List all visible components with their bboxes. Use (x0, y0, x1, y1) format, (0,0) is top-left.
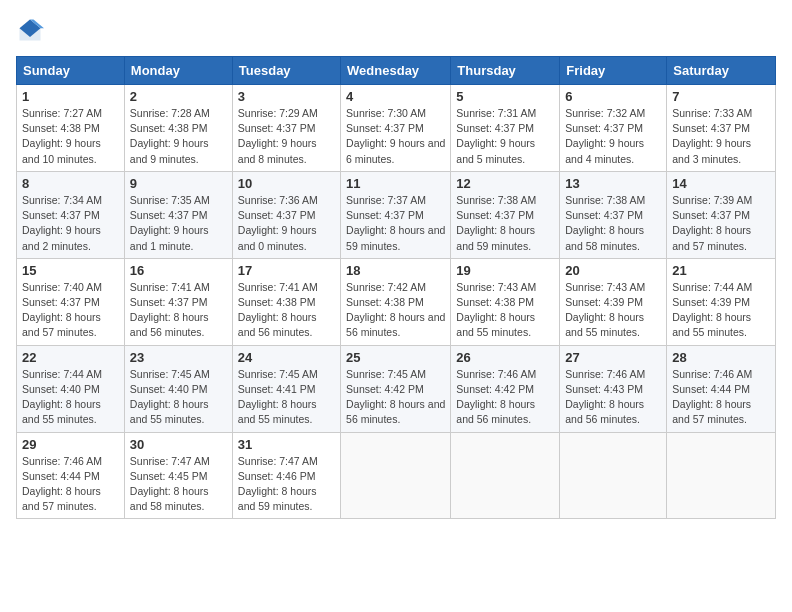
calendar-cell: 2 Sunrise: 7:28 AM Sunset: 4:38 PM Dayli… (124, 85, 232, 172)
calendar-cell (560, 432, 667, 519)
day-info: Sunrise: 7:38 AM Sunset: 4:37 PM Dayligh… (456, 193, 554, 254)
calendar-cell: 6 Sunrise: 7:32 AM Sunset: 4:37 PM Dayli… (560, 85, 667, 172)
day-number: 20 (565, 263, 661, 278)
day-number: 23 (130, 350, 227, 365)
day-number: 31 (238, 437, 335, 452)
day-info: Sunrise: 7:34 AM Sunset: 4:37 PM Dayligh… (22, 193, 119, 254)
calendar-cell (341, 432, 451, 519)
day-info: Sunrise: 7:46 AM Sunset: 4:44 PM Dayligh… (672, 367, 770, 428)
calendar-cell (667, 432, 776, 519)
day-number: 5 (456, 89, 554, 104)
day-number: 12 (456, 176, 554, 191)
calendar-cell: 12 Sunrise: 7:38 AM Sunset: 4:37 PM Dayl… (451, 171, 560, 258)
weekday-header: Friday (560, 57, 667, 85)
day-number: 17 (238, 263, 335, 278)
day-info: Sunrise: 7:31 AM Sunset: 4:37 PM Dayligh… (456, 106, 554, 167)
day-number: 7 (672, 89, 770, 104)
day-number: 28 (672, 350, 770, 365)
day-info: Sunrise: 7:44 AM Sunset: 4:39 PM Dayligh… (672, 280, 770, 341)
calendar-cell (451, 432, 560, 519)
day-info: Sunrise: 7:46 AM Sunset: 4:44 PM Dayligh… (22, 454, 119, 515)
weekday-header: Tuesday (232, 57, 340, 85)
calendar-cell: 24 Sunrise: 7:45 AM Sunset: 4:41 PM Dayl… (232, 345, 340, 432)
calendar-cell: 19 Sunrise: 7:43 AM Sunset: 4:38 PM Dayl… (451, 258, 560, 345)
day-number: 25 (346, 350, 445, 365)
day-number: 18 (346, 263, 445, 278)
day-info: Sunrise: 7:36 AM Sunset: 4:37 PM Dayligh… (238, 193, 335, 254)
day-number: 3 (238, 89, 335, 104)
calendar-cell: 10 Sunrise: 7:36 AM Sunset: 4:37 PM Dayl… (232, 171, 340, 258)
day-number: 16 (130, 263, 227, 278)
calendar-cell: 27 Sunrise: 7:46 AM Sunset: 4:43 PM Dayl… (560, 345, 667, 432)
calendar-cell: 16 Sunrise: 7:41 AM Sunset: 4:37 PM Dayl… (124, 258, 232, 345)
day-number: 9 (130, 176, 227, 191)
calendar-cell: 22 Sunrise: 7:44 AM Sunset: 4:40 PM Dayl… (17, 345, 125, 432)
day-info: Sunrise: 7:27 AM Sunset: 4:38 PM Dayligh… (22, 106, 119, 167)
day-number: 21 (672, 263, 770, 278)
day-info: Sunrise: 7:47 AM Sunset: 4:45 PM Dayligh… (130, 454, 227, 515)
day-number: 2 (130, 89, 227, 104)
calendar-cell: 30 Sunrise: 7:47 AM Sunset: 4:45 PM Dayl… (124, 432, 232, 519)
day-number: 4 (346, 89, 445, 104)
weekday-header: Sunday (17, 57, 125, 85)
day-number: 30 (130, 437, 227, 452)
weekday-header: Monday (124, 57, 232, 85)
day-info: Sunrise: 7:28 AM Sunset: 4:38 PM Dayligh… (130, 106, 227, 167)
day-number: 13 (565, 176, 661, 191)
calendar-cell: 20 Sunrise: 7:43 AM Sunset: 4:39 PM Dayl… (560, 258, 667, 345)
day-number: 10 (238, 176, 335, 191)
calendar-week-row: 1 Sunrise: 7:27 AM Sunset: 4:38 PM Dayli… (17, 85, 776, 172)
day-info: Sunrise: 7:39 AM Sunset: 4:37 PM Dayligh… (672, 193, 770, 254)
day-info: Sunrise: 7:46 AM Sunset: 4:42 PM Dayligh… (456, 367, 554, 428)
calendar-cell: 31 Sunrise: 7:47 AM Sunset: 4:46 PM Dayl… (232, 432, 340, 519)
calendar-cell: 9 Sunrise: 7:35 AM Sunset: 4:37 PM Dayli… (124, 171, 232, 258)
calendar-cell: 15 Sunrise: 7:40 AM Sunset: 4:37 PM Dayl… (17, 258, 125, 345)
calendar-cell: 1 Sunrise: 7:27 AM Sunset: 4:38 PM Dayli… (17, 85, 125, 172)
day-info: Sunrise: 7:40 AM Sunset: 4:37 PM Dayligh… (22, 280, 119, 341)
calendar-week-row: 15 Sunrise: 7:40 AM Sunset: 4:37 PM Dayl… (17, 258, 776, 345)
calendar-cell: 25 Sunrise: 7:45 AM Sunset: 4:42 PM Dayl… (341, 345, 451, 432)
day-info: Sunrise: 7:41 AM Sunset: 4:37 PM Dayligh… (130, 280, 227, 341)
calendar-cell: 29 Sunrise: 7:46 AM Sunset: 4:44 PM Dayl… (17, 432, 125, 519)
page-header (16, 16, 776, 44)
day-info: Sunrise: 7:45 AM Sunset: 4:40 PM Dayligh… (130, 367, 227, 428)
day-number: 14 (672, 176, 770, 191)
day-info: Sunrise: 7:44 AM Sunset: 4:40 PM Dayligh… (22, 367, 119, 428)
calendar-cell: 23 Sunrise: 7:45 AM Sunset: 4:40 PM Dayl… (124, 345, 232, 432)
day-number: 11 (346, 176, 445, 191)
day-info: Sunrise: 7:43 AM Sunset: 4:38 PM Dayligh… (456, 280, 554, 341)
logo (16, 16, 48, 44)
day-info: Sunrise: 7:30 AM Sunset: 4:37 PM Dayligh… (346, 106, 445, 167)
weekday-header: Saturday (667, 57, 776, 85)
calendar-table: SundayMondayTuesdayWednesdayThursdayFrid… (16, 56, 776, 519)
day-number: 19 (456, 263, 554, 278)
day-info: Sunrise: 7:42 AM Sunset: 4:38 PM Dayligh… (346, 280, 445, 341)
calendar-header-row: SundayMondayTuesdayWednesdayThursdayFrid… (17, 57, 776, 85)
calendar-cell: 11 Sunrise: 7:37 AM Sunset: 4:37 PM Dayl… (341, 171, 451, 258)
weekday-header: Thursday (451, 57, 560, 85)
calendar-cell: 3 Sunrise: 7:29 AM Sunset: 4:37 PM Dayli… (232, 85, 340, 172)
day-number: 15 (22, 263, 119, 278)
day-info: Sunrise: 7:35 AM Sunset: 4:37 PM Dayligh… (130, 193, 227, 254)
calendar-cell: 18 Sunrise: 7:42 AM Sunset: 4:38 PM Dayl… (341, 258, 451, 345)
calendar-cell: 14 Sunrise: 7:39 AM Sunset: 4:37 PM Dayl… (667, 171, 776, 258)
day-number: 24 (238, 350, 335, 365)
day-info: Sunrise: 7:46 AM Sunset: 4:43 PM Dayligh… (565, 367, 661, 428)
day-number: 22 (22, 350, 119, 365)
day-info: Sunrise: 7:29 AM Sunset: 4:37 PM Dayligh… (238, 106, 335, 167)
day-number: 1 (22, 89, 119, 104)
calendar-week-row: 29 Sunrise: 7:46 AM Sunset: 4:44 PM Dayl… (17, 432, 776, 519)
calendar-cell: 13 Sunrise: 7:38 AM Sunset: 4:37 PM Dayl… (560, 171, 667, 258)
day-number: 8 (22, 176, 119, 191)
day-number: 27 (565, 350, 661, 365)
day-info: Sunrise: 7:32 AM Sunset: 4:37 PM Dayligh… (565, 106, 661, 167)
day-number: 29 (22, 437, 119, 452)
calendar-cell: 4 Sunrise: 7:30 AM Sunset: 4:37 PM Dayli… (341, 85, 451, 172)
calendar-cell: 7 Sunrise: 7:33 AM Sunset: 4:37 PM Dayli… (667, 85, 776, 172)
logo-icon (16, 16, 44, 44)
calendar-week-row: 22 Sunrise: 7:44 AM Sunset: 4:40 PM Dayl… (17, 345, 776, 432)
day-info: Sunrise: 7:45 AM Sunset: 4:42 PM Dayligh… (346, 367, 445, 428)
weekday-header: Wednesday (341, 57, 451, 85)
day-number: 6 (565, 89, 661, 104)
day-number: 26 (456, 350, 554, 365)
